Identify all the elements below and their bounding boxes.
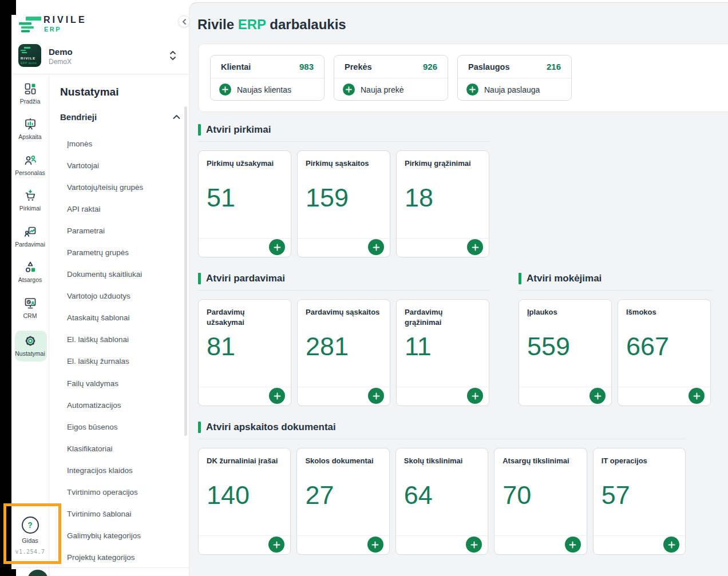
add-button[interactable] — [589, 388, 606, 404]
menu-item[interactable]: Projektų kategorijos — [67, 547, 143, 569]
stat-card-ismokos[interactable]: Išmokos 667 — [618, 299, 711, 406]
new-service-button[interactable]: Nauja paslauga — [458, 78, 571, 101]
panel-title: Nustatymai — [60, 86, 118, 98]
add-button[interactable] — [663, 537, 679, 553]
section-atviri-mokejimai: Atviri mokėjimai Įplaukos 559 Išmokos 66… — [519, 273, 711, 406]
stat-card-pardavimu-grazinimai[interactable]: Pardavimų grąžinimai 11 — [396, 299, 489, 406]
add-button[interactable] — [467, 239, 483, 255]
menu-item[interactable]: Vartotojai — [67, 154, 143, 176]
sidebar-collapse-button[interactable] — [178, 15, 190, 27]
add-button[interactable] — [269, 388, 285, 404]
stat-card-atsargu-tikslinimai[interactable]: Atsargų tikslinimai 70 — [494, 448, 587, 555]
stat-card-pardavimu-uzsakymai[interactable]: Pardavimų užsakymai 81 — [198, 299, 291, 406]
panel-scrollbar[interactable] — [184, 106, 187, 436]
sidebar-item-pirkimai[interactable]: Pirkimai — [11, 189, 49, 212]
menu-item[interactable]: Vartotojo užduotys — [67, 285, 143, 307]
add-button[interactable] — [268, 537, 284, 553]
stat-card-pirkimu-grazinimai[interactable]: Pirkimų grąžinimai 18 — [396, 150, 489, 257]
sidebar-item-atsargos[interactable]: Atsargos — [11, 260, 49, 283]
quick-action-label: Nauja paslauga — [484, 85, 540, 94]
add-button[interactable] — [466, 537, 482, 553]
sidebar-item-personalas[interactable]: Personalas — [11, 153, 49, 176]
menu-item[interactable]: Vartotojų/teisių grupės — [67, 176, 143, 198]
stat-card-pardavimu-saskaitos[interactable]: Pardavimų sąskaitos 281 — [297, 299, 390, 406]
logo-product-text: ERP — [44, 26, 61, 33]
add-button[interactable] — [467, 388, 483, 404]
bottom-company-avatar[interactable] — [27, 570, 48, 576]
section-accent-bar — [198, 422, 201, 433]
sidebar-item-label: Personalas — [15, 169, 45, 176]
menu-item[interactable]: Dokumentų skaitliukai — [67, 264, 143, 285]
menu-item[interactable]: Galimybių kategorijos — [67, 525, 143, 547]
quick-card-label: Klientai — [221, 62, 251, 71]
company-avatar-logo-icon — [21, 47, 31, 55]
sales-chart-person-icon — [23, 225, 37, 239]
menu-item[interactable]: El. laiškų žurnalas — [67, 351, 143, 372]
stat-card-value: 81 — [207, 332, 235, 362]
people-icon — [23, 153, 37, 167]
quick-card-paslaugos[interactable]: Paslaugos 216 Nauja paslauga — [457, 55, 572, 101]
page-title-accent: ERP — [238, 17, 266, 32]
menu-item[interactable]: Klasifikatoriai — [67, 438, 143, 459]
menu-item[interactable]: Tvirtinimo operacijos — [67, 482, 143, 503]
company-switcher-icon[interactable] — [168, 49, 177, 62]
stat-card-it-operacijos[interactable]: IT operacijos 57 — [593, 448, 686, 555]
menu-item[interactable]: Parametrų grupės — [67, 241, 143, 263]
stat-card-title: DK žurnaliniai įrašai — [199, 448, 290, 466]
stat-card-footer — [594, 535, 685, 554]
menu-item[interactable]: Automatizacijos — [67, 394, 143, 416]
menu-item[interactable]: El. laiškų šablonai — [67, 329, 143, 351]
menu-item[interactable]: Tvirtinimo šablonai — [67, 503, 143, 525]
menu-item[interactable]: Eigos būsenos — [67, 416, 143, 438]
menu-item[interactable]: Ataskaitų šablonai — [67, 307, 143, 329]
stat-card-dk-zurnaliniai-irasai[interactable]: DK žurnaliniai įrašai 140 — [198, 448, 291, 555]
company-org: DemoX — [49, 58, 72, 66]
menu-item[interactable]: Failų valdymas — [67, 372, 143, 394]
stat-card-iplaukos[interactable]: Įplaukos 559 — [519, 299, 612, 406]
add-button[interactable] — [368, 239, 384, 255]
stat-card-title: Skolos dokumentai — [297, 448, 389, 466]
sidebar-item-crm[interactable]: CRM — [11, 296, 49, 319]
stat-card-pirkimu-saskaitos[interactable]: Pirkimų sąskaitos 159 — [297, 150, 390, 257]
quick-card-count: 926 — [423, 62, 437, 71]
plus-icon — [343, 84, 355, 96]
panel-group-bendrieji[interactable]: Bendrieji — [60, 112, 180, 122]
add-button[interactable] — [689, 388, 705, 404]
sidebar-item-apskaita[interactable]: Apskaita — [11, 117, 49, 140]
add-button[interactable] — [368, 388, 384, 404]
menu-item[interactable]: Parametrai — [67, 220, 143, 241]
section-title: Atviri mokėjimai — [527, 273, 602, 284]
stat-card-footer — [618, 387, 710, 406]
section-divider — [519, 290, 711, 291]
quick-create-bar: Klientai 983 Naujas klientas Prekės 926 — [198, 43, 728, 112]
stat-card-title: Įplaukos — [519, 300, 611, 317]
plus-icon — [219, 84, 231, 96]
add-button[interactable] — [269, 239, 285, 255]
quick-card-count: 216 — [547, 62, 561, 71]
add-button[interactable] — [565, 537, 581, 553]
menu-item[interactable]: Įmonės — [67, 133, 143, 154]
new-product-button[interactable]: Nauja prekė — [334, 78, 448, 101]
section-atviri-pirkimai: Atviri pirkimai Pirkimų užsakymai 51 Pir… — [198, 124, 490, 257]
stat-card-skolu-tikslinimai[interactable]: Skolų tikslinimai 64 — [395, 448, 488, 555]
quick-action-label: Nauja prekė — [361, 85, 404, 94]
stat-card-skolos-dokumentai[interactable]: Skolos dokumentai 27 — [296, 448, 389, 555]
new-client-button[interactable]: Naujas klientas — [211, 78, 324, 101]
stat-card-footer — [199, 387, 291, 406]
sidebar-item-pardavimai[interactable]: Pardavimai — [11, 225, 49, 248]
section-title: Atviri pirkimai — [206, 124, 271, 136]
menu-item[interactable]: API raktai — [67, 198, 143, 220]
add-button[interactable] — [367, 537, 383, 553]
sidebar-item-nustatymai[interactable]: Nustatymai — [11, 334, 49, 357]
section-divider — [198, 141, 490, 142]
sidebar-item-label: Nustatymai — [15, 350, 45, 357]
quick-card-prekes[interactable]: Prekės 926 Nauja prekė — [334, 55, 448, 101]
sidebar-item-label: Pradžia — [20, 98, 41, 105]
guide-button[interactable]: ? Gidas v1.254.7 — [11, 517, 49, 555]
stat-card-pirkimu-uzsakymai[interactable]: Pirkimų užsakymai 51 — [198, 150, 291, 257]
page-title: Rivile ERP darbalaukis — [197, 17, 346, 33]
quick-card-klientai[interactable]: Klientai 983 Naujas klientas — [210, 55, 325, 101]
sidebar-item-pradzia[interactable]: Pradžia — [11, 82, 49, 105]
menu-item[interactable]: Integracijos klaidos — [67, 459, 143, 481]
guide-label: Gidas — [22, 537, 38, 544]
